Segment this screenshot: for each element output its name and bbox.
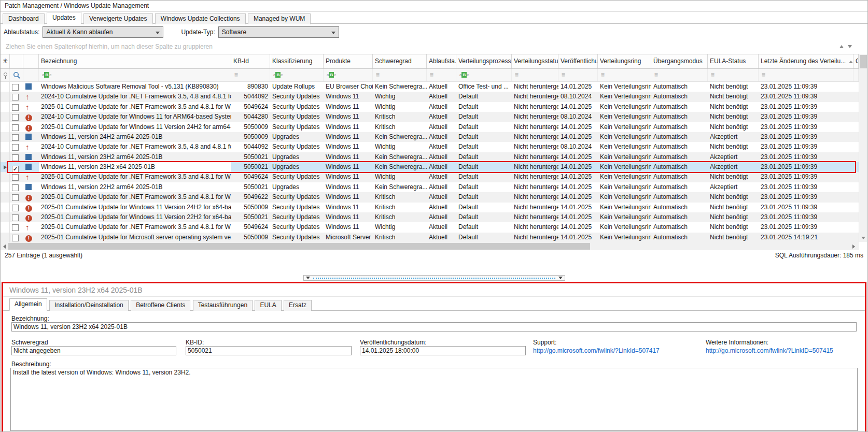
veroeffentlichungsdatum-field[interactable]: 14.01.2025 18:00:00 <box>360 346 526 355</box>
cell-published: 14.01.2025 <box>558 182 598 192</box>
column-header-partial[interactable]: C <box>853 54 859 68</box>
column-header-process[interactable]: Verteilungsprozess <box>456 54 512 68</box>
column-header-published[interactable]: Veröffentlichun... <box>558 54 598 68</box>
tab-windows-update-collections[interactable]: Windows Update Collections <box>155 13 246 24</box>
update-row[interactable]: Windows 11, version 23H2 arm64 2025-01B5… <box>1 152 859 162</box>
vertical-scroll-thumb[interactable] <box>860 55 867 68</box>
column-header-kb[interactable]: KB-Id <box>231 54 270 68</box>
row-checkbox[interactable] <box>12 114 19 121</box>
text-filter-icon[interactable]: aBc <box>327 73 336 78</box>
row-checkbox[interactable] <box>12 134 19 141</box>
cell-published: 14.01.2025 <box>558 192 598 202</box>
detail-tab-installation[interactable]: Installation/Deinstallation <box>49 300 129 311</box>
scroll-down-button[interactable] <box>859 234 867 242</box>
row-checkbox[interactable] <box>12 174 19 181</box>
row-checkbox[interactable] <box>12 124 19 131</box>
beschreibung-field[interactable]: Install the latest version of Windows: W… <box>10 368 858 431</box>
column-header-classification[interactable]: Klassifizierung <box>270 54 324 68</box>
column-header-product[interactable]: Produkte <box>324 54 373 68</box>
column-header-last_change[interactable]: Letzte Änderung des Verteilu... <box>759 54 853 68</box>
equals-filter-icon[interactable]: = <box>430 71 433 79</box>
scroll-right-button[interactable] <box>850 242 858 250</box>
detail-tab-ersatz[interactable]: Ersatz <box>284 300 312 311</box>
cell-ring: Kein Verteilungsring <box>598 132 651 142</box>
vertical-scrollbar[interactable] <box>859 54 867 242</box>
detail-tab-betroffene-clients[interactable]: Betroffene Clients <box>131 300 190 311</box>
equals-filter-icon[interactable]: = <box>601 71 605 79</box>
ablaufstatus-dropdown[interactable]: Aktuell & Kann ablaufen <box>43 26 163 38</box>
update-row[interactable]: ↑2024-10 Cumulative Update for .NET Fram… <box>1 142 859 152</box>
text-filter-icon[interactable]: aBc <box>42 73 51 78</box>
update-row[interactable]: Windows 11, version 24H2 arm64 2025-01B5… <box>1 132 859 142</box>
equals-filter-icon[interactable]: = <box>234 71 238 79</box>
detail-tab-allgemein[interactable]: Allgemein <box>9 298 47 311</box>
tab-updates[interactable]: Updates <box>47 12 81 24</box>
update-row[interactable]: !2025-01 Cumulative Update for Windows 1… <box>1 203 859 212</box>
update-row[interactable]: !2025-01 Cumulative Update for Microsoft… <box>1 233 859 242</box>
tab-managed-by-wum[interactable]: Managed by WUM <box>248 13 311 24</box>
row-checkbox[interactable] <box>12 205 19 211</box>
horizontal-scroll-thumb[interactable] <box>8 243 590 250</box>
update-row[interactable]: ↑2025-01 Cumulative Update for .NET Fram… <box>1 102 859 112</box>
row-checkbox[interactable] <box>12 194 19 201</box>
row-checkbox[interactable] <box>12 214 19 221</box>
text-filter-icon[interactable]: aBc <box>273 73 283 78</box>
tab-dashboard[interactable]: Dashboard <box>3 13 45 24</box>
update-row[interactable]: Windows 11, version 22H2 arm64 2025-01B5… <box>1 182 859 192</box>
horizontal-scrollbar[interactable] <box>1 242 859 250</box>
update-row[interactable]: ↑2024-10 Cumulative Update for .NET Fram… <box>1 92 859 102</box>
bezeichnung-field[interactable]: Windows 11, version 23H2 x64 2025-01B <box>11 322 857 332</box>
schweregrad-field[interactable]: Nicht angegeben <box>11 346 176 355</box>
scroll-down-icon[interactable] <box>848 45 852 48</box>
update-row[interactable]: ✓Windows 11, version 23H2 x64 2025-01B50… <box>1 162 859 172</box>
detail-tab-testausfuehrungen[interactable]: Testausführungen <box>193 300 253 311</box>
row-checkbox[interactable] <box>12 224 19 231</box>
row-checkbox[interactable] <box>12 84 19 91</box>
equals-filter-icon[interactable]: = <box>562 71 565 79</box>
row-checkbox[interactable]: ✓ <box>12 166 19 172</box>
update-row[interactable]: !2025-01 Cumulative Update for Windows 1… <box>1 212 859 222</box>
row-checkbox[interactable] <box>12 154 19 161</box>
row-checkbox[interactable] <box>12 235 19 241</box>
tab-verweigerte-updates[interactable]: Verweigerte Updates <box>83 13 152 24</box>
update-row[interactable]: !2025-01 Cumulative Update for .NET Fram… <box>1 192 859 202</box>
pin-icon[interactable] <box>4 73 7 76</box>
column-header-expiry[interactable]: Ablaufsta... <box>427 54 456 68</box>
equals-filter-icon[interactable]: = <box>711 71 715 79</box>
column-header-eula[interactable]: EULA-Status <box>708 54 759 68</box>
cell-expiry: Aktuell <box>427 162 456 172</box>
column-header-name[interactable]: Bezeichnung <box>39 54 231 68</box>
support-link[interactable]: http://go.microsoft.com/fwlink/?LinkId=5… <box>533 347 660 354</box>
cell-kb: 5049624 <box>231 102 270 112</box>
row-checkbox[interactable] <box>12 144 19 151</box>
kbid-field[interactable]: 5050021 <box>186 346 352 355</box>
scroll-up-icon[interactable] <box>839 45 844 48</box>
row-checkbox[interactable] <box>12 184 19 191</box>
equals-filter-icon[interactable]: = <box>654 71 658 79</box>
update-row[interactable]: Windows Malicious Software Removal Tool … <box>1 82 859 92</box>
cell-product: Windows 11 <box>324 132 373 142</box>
weitere-informationen-link[interactable]: http://go.microsoft.com/fwlink/?LinkID=5… <box>706 347 833 354</box>
update-row[interactable]: !2024-10 Cumulative Update for Windows 1… <box>1 112 859 122</box>
equals-filter-icon[interactable]: = <box>376 71 380 79</box>
panel-splitter[interactable] <box>303 275 565 281</box>
column-header-severity[interactable]: Schweregrad <box>373 54 427 68</box>
column-header-dist_status[interactable]: Verteilungsstatus <box>512 54 558 68</box>
scroll-left-button[interactable] <box>1 242 8 250</box>
select-all-icon[interactable]: ✳ <box>1 54 10 68</box>
group-by-panel[interactable]: Ziehen Sie einen Spaltenkopf hierhin, um… <box>1 40 867 54</box>
row-checkbox[interactable] <box>12 94 19 100</box>
column-header-transition[interactable]: Übergangsmodus <box>651 54 708 68</box>
update-row[interactable]: ↑2025-01 Cumulative Update for .NET Fram… <box>1 172 859 182</box>
update-typ-dropdown[interactable]: Software <box>218 26 339 38</box>
row-checkbox[interactable] <box>12 104 19 111</box>
search-icon[interactable] <box>13 71 21 79</box>
update-row[interactable]: !2025-01 Cumulative Update for Windows 1… <box>1 122 859 132</box>
equals-filter-icon[interactable]: = <box>515 71 519 79</box>
text-filter-icon[interactable]: aBc <box>459 73 469 78</box>
equals-filter-icon[interactable]: = <box>762 71 765 79</box>
column-header-ring[interactable]: Verteilungsring <box>598 54 651 68</box>
update-row[interactable]: ↑2025-01 Cumulative Update for .NET Fram… <box>1 222 859 232</box>
detail-tab-eula[interactable]: EULA <box>255 300 281 311</box>
upgrade-icon <box>25 134 32 140</box>
